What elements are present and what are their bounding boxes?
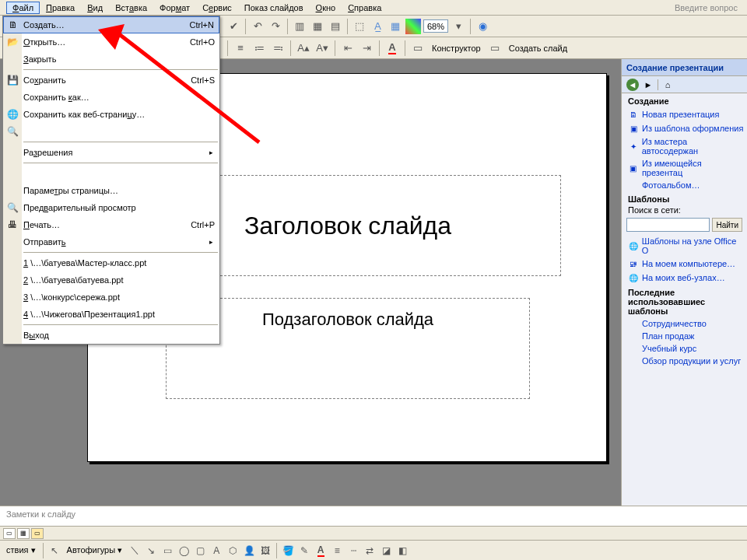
draw-actions-menu[interactable]: ствия ▾ [3,545,39,555]
menu-item-pagesetup[interactable]: Параметры страницы… [3,182,219,199]
menu-recent-1[interactable]: 1 \…\батуева\Мастер-класс.ppt [3,254,219,271]
increase-font-icon[interactable]: A▴ [296,40,311,56]
zoom-combo[interactable]: 68% [423,19,448,33]
menu-item-open[interactable]: 📂 Открыть… Ctrl+O [3,33,219,51]
subtitle-placeholder[interactable]: Подзаголовок слайда [166,298,530,399]
menu-item-permissions[interactable]: Разрешения [3,144,219,161]
menu-help[interactable]: Справка [342,2,388,14]
menu-insert[interactable]: Вставка [109,2,153,14]
link-from-wizard[interactable]: ✦Из мастера автосодержан [622,135,747,157]
home-icon[interactable]: ⌂ [661,79,674,91]
show-formatting-icon[interactable]: A̲ [370,19,385,34]
menu-item-preview[interactable]: 🔍 Предварительный просмотр [3,199,219,216]
menu-item-send[interactable]: Отправить [3,233,219,250]
menu-item-new[interactable]: 🗎 Создать… Ctrl+N [3,16,219,33]
link-photoalbum[interactable]: Фотоальбом… [622,179,747,191]
sorter-view-icon[interactable]: ▦ [17,528,30,539]
numbering-icon[interactable]: ≕ [270,40,286,56]
tables-border-icon[interactable]: ▤ [328,19,343,34]
help-icon[interactable]: ◉ [475,19,490,34]
wordart-icon[interactable]: A [209,544,223,558]
link-my-websites[interactable]: 🌐На моих веб-узлах… [622,271,747,285]
table-icon[interactable]: ▦ [310,19,325,34]
redo-icon[interactable]: ↷ [268,19,283,34]
menu-format[interactable]: Формат [153,2,196,14]
designer-button[interactable]: Конструктор [429,44,484,53]
existing-icon: ▣ [628,163,639,173]
recent-template-3[interactable]: Учебный курс [622,342,747,355]
menu-item-blank[interactable]: ⁠ [3,165,219,182]
diagram-icon[interactable]: ⬡ [226,544,240,558]
dropdown-icon[interactable]: ▾ [451,19,466,34]
clipart-icon[interactable]: 👤 [242,544,256,558]
align-left-icon[interactable]: ≡ [233,40,248,56]
color-icon[interactable] [405,19,421,34]
menu-view[interactable]: Вид [81,2,109,14]
font-color2-icon[interactable]: A [314,544,328,558]
menu-bar: Файл Правка Вид Вставка Формат Сервис По… [0,0,747,16]
arrow-icon[interactable]: ↘ [144,544,158,558]
font-color-icon[interactable]: A [384,40,400,56]
menu-item-print[interactable]: 🖶 Печать… Ctrl+P [3,216,219,233]
menu-item-close[interactable]: Закрыть [3,51,219,68]
menu-slideshow[interactable]: Показ слайдов [238,2,310,14]
pointer-icon[interactable]: ↖ [47,544,61,558]
line-icon[interactable]: ＼ [128,544,142,558]
menu-tools[interactable]: Сервис [196,2,238,14]
menu-window[interactable]: Окно [310,2,342,14]
menu-recent-4[interactable]: 4 \…\Чижегова\Презентация1.ppt [3,306,219,323]
recent-template-4[interactable]: Обзор продукции и услуг [622,355,747,367]
increase-indent-icon[interactable]: ⇥ [359,40,374,56]
open-icon: 📂 [6,36,19,48]
link-office-online[interactable]: 🌐Шаблоны на узле Office O [622,235,747,257]
link-from-template[interactable]: ▣Из шаблона оформления [622,121,747,135]
menu-item-saveas[interactable]: Сохранить как… [3,89,219,106]
autoshapes-menu[interactable]: Автофигуры ▾ [64,545,126,555]
menu-item-search[interactable]: 🔍 ⁠ [3,123,219,140]
menu-recent-2[interactable]: 2 \…\батуева\батуева.ppt [3,271,219,289]
menu-item-save[interactable]: 💾 Сохранить Ctrl+S [3,72,219,89]
menu-recent-3[interactable]: 3 \…\конкурс\сережа.ppt [3,289,219,306]
undo-icon[interactable]: ↶ [250,19,265,34]
bullets-icon[interactable]: ≔ [251,40,267,56]
line-weight-icon[interactable]: ≡ [330,544,344,558]
oval-icon[interactable]: ◯ [177,544,191,558]
hyperlink-icon[interactable]: ⬚ [352,19,367,34]
arrow-style-icon[interactable]: ⇄ [363,544,377,558]
web-icon: 🌐 [628,272,639,283]
menu-item-save-web[interactable]: 🌐 Сохранить как веб-страницу… [3,106,219,123]
3d-icon[interactable]: ◧ [395,544,409,558]
recent-template-1[interactable]: Сотрудничество [622,317,747,330]
link-from-existing[interactable]: ▣Из имеющейся презентац [622,157,747,179]
rect-icon[interactable]: ▭ [160,544,174,558]
notes-pane[interactable]: Заметки к слайду [0,506,747,527]
menu-file[interactable]: Файл [6,2,40,14]
normal-view-icon[interactable]: ▭ [3,528,16,539]
template-search-input[interactable] [626,218,710,232]
picture-icon[interactable]: 🖼 [258,544,272,558]
back-icon[interactable]: ◄ [626,79,639,91]
line-color-icon[interactable]: ✎ [297,544,311,558]
menu-item-exit[interactable]: Выход [3,327,219,344]
decrease-font-icon[interactable]: A▾ [314,40,330,56]
link-new-presentation[interactable]: 🗎Новая презентация [622,107,747,121]
fill-color-icon[interactable]: 🪣 [281,544,295,558]
new-slide-button[interactable]: Создать слайд [506,44,570,53]
slideshow-view-icon[interactable]: ▭ [31,528,44,539]
grid-icon[interactable]: ▦ [388,19,403,34]
textbox-icon[interactable]: ▢ [193,544,207,558]
new-slide-icon[interactable]: ▭ [487,40,503,56]
forward-icon[interactable]: ► [642,79,654,91]
design-icon[interactable]: ▭ [410,40,426,56]
menu-edit[interactable]: Правка [40,2,81,14]
template-search-button[interactable]: Найти [712,218,742,232]
dash-style-icon[interactable]: ┄ [346,544,360,558]
shadow-icon[interactable]: ◪ [379,544,393,558]
chart-icon[interactable]: ▥ [292,19,307,34]
link-my-computer[interactable]: 🖳На моем компьютере… [622,257,747,271]
template-icon: ▣ [628,123,639,134]
help-search[interactable]: Введите вопрос [675,3,747,12]
decrease-indent-icon[interactable]: ⇤ [340,40,356,56]
spellcheck-icon[interactable]: ✔ [226,19,241,34]
recent-template-2[interactable]: План продаж [622,330,747,342]
